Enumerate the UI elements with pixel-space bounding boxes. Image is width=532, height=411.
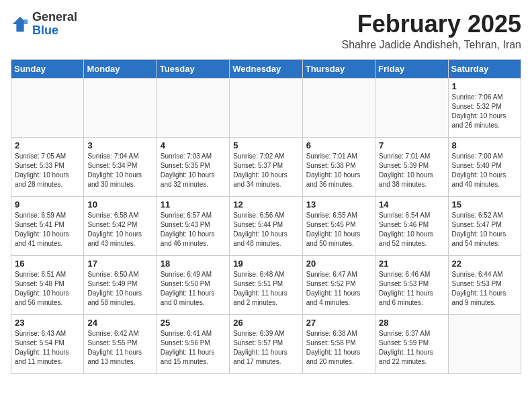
calendar-cell: 9Sunrise: 6:59 AM Sunset: 5:41 PM Daylig… [11,196,84,255]
day-info: Sunrise: 6:50 AM Sunset: 5:49 PM Dayligh… [87,270,152,308]
day-number: 11 [161,199,226,210]
day-info: Sunrise: 6:48 AM Sunset: 5:51 PM Dayligh… [233,270,298,308]
day-number: 9 [15,199,80,210]
day-number: 7 [379,140,444,150]
day-number: 23 [15,318,80,328]
location-subtitle: Shahre Jadide Andisheh, Tehran, Iran [342,39,521,51]
day-info: Sunrise: 6:57 AM Sunset: 5:43 PM Dayligh… [161,211,226,248]
weekday-header-thursday: Thursday [302,59,375,78]
day-number: 16 [15,259,80,269]
calendar-cell: 6Sunrise: 7:01 AM Sunset: 5:38 PM Daylig… [302,137,375,196]
weekday-header-friday: Friday [375,59,448,78]
day-info: Sunrise: 6:42 AM Sunset: 5:55 PM Dayligh… [87,329,152,367]
day-number: 12 [233,199,298,210]
calendar-cell: 17Sunrise: 6:50 AM Sunset: 5:49 PM Dayli… [84,255,157,314]
day-info: Sunrise: 6:38 AM Sunset: 5:58 PM Dayligh… [306,329,371,367]
logo-icon [11,15,30,34]
day-info: Sunrise: 7:01 AM Sunset: 5:39 PM Dayligh… [379,152,444,189]
calendar-cell: 11Sunrise: 6:57 AM Sunset: 5:43 PM Dayli… [157,196,229,255]
svg-marker-1 [24,19,28,24]
day-info: Sunrise: 7:02 AM Sunset: 5:37 PM Dayligh… [233,152,298,189]
calendar-cell: 16Sunrise: 6:51 AM Sunset: 5:48 PM Dayli… [11,255,84,314]
calendar-cell: 25Sunrise: 6:41 AM Sunset: 5:56 PM Dayli… [157,314,229,373]
calendar-cell: 26Sunrise: 6:39 AM Sunset: 5:57 PM Dayli… [230,314,302,373]
day-info: Sunrise: 6:51 AM Sunset: 5:48 PM Dayligh… [15,270,80,308]
day-number: 28 [379,318,444,328]
calendar-week-5: 23Sunrise: 6:43 AM Sunset: 5:54 PM Dayli… [11,314,521,373]
day-number: 20 [306,259,371,269]
calendar-cell: 20Sunrise: 6:47 AM Sunset: 5:52 PM Dayli… [302,255,375,314]
day-number: 24 [87,318,152,328]
calendar-cell [448,314,521,373]
day-info: Sunrise: 7:04 AM Sunset: 5:34 PM Dayligh… [87,152,152,189]
calendar-cell: 18Sunrise: 6:49 AM Sunset: 5:50 PM Dayli… [157,255,229,314]
weekday-header-monday: Monday [84,59,157,78]
calendar-cell: 27Sunrise: 6:38 AM Sunset: 5:58 PM Dayli… [302,314,375,373]
calendar-cell [302,78,375,137]
day-info: Sunrise: 6:39 AM Sunset: 5:57 PM Dayligh… [233,329,298,367]
day-info: Sunrise: 6:54 AM Sunset: 5:46 PM Dayligh… [379,211,444,248]
day-info: Sunrise: 6:58 AM Sunset: 5:42 PM Dayligh… [87,211,152,248]
day-info: Sunrise: 6:43 AM Sunset: 5:54 PM Dayligh… [15,329,80,367]
calendar-cell: 23Sunrise: 6:43 AM Sunset: 5:54 PM Dayli… [11,314,84,373]
day-number: 19 [233,259,298,269]
day-number: 21 [379,259,444,269]
day-number: 2 [15,140,80,150]
weekday-header-row: SundayMondayTuesdayWednesdayThursdayFrid… [11,59,521,78]
calendar-cell: 5Sunrise: 7:02 AM Sunset: 5:37 PM Daylig… [230,137,302,196]
day-number: 22 [452,259,517,269]
logo: General Blue [11,11,77,38]
day-number: 6 [306,140,371,150]
logo-blue-text: Blue [32,24,58,37]
calendar-week-3: 9Sunrise: 6:59 AM Sunset: 5:41 PM Daylig… [11,196,521,255]
day-info: Sunrise: 7:01 AM Sunset: 5:38 PM Dayligh… [306,152,371,189]
day-number: 13 [306,199,371,210]
weekday-header-sunday: Sunday [11,59,84,78]
calendar-cell: 14Sunrise: 6:54 AM Sunset: 5:46 PM Dayli… [375,196,448,255]
calendar-cell: 21Sunrise: 6:46 AM Sunset: 5:53 PM Dayli… [375,255,448,314]
calendar-cell: 19Sunrise: 6:48 AM Sunset: 5:51 PM Dayli… [230,255,302,314]
calendar-cell: 7Sunrise: 7:01 AM Sunset: 5:39 PM Daylig… [375,137,448,196]
calendar-cell: 8Sunrise: 7:00 AM Sunset: 5:40 PM Daylig… [448,137,521,196]
calendar-week-1: 1Sunrise: 7:06 AM Sunset: 5:32 PM Daylig… [11,78,521,137]
day-number: 26 [233,318,298,328]
calendar-cell [230,78,302,137]
day-info: Sunrise: 7:05 AM Sunset: 5:33 PM Dayligh… [15,152,80,189]
weekday-header-saturday: Saturday [448,59,521,78]
calendar-cell: 15Sunrise: 6:52 AM Sunset: 5:47 PM Dayli… [448,196,521,255]
day-info: Sunrise: 6:49 AM Sunset: 5:50 PM Dayligh… [161,270,226,308]
title-block: February 2025 Shahre Jadide Andisheh, Te… [342,11,521,51]
day-number: 3 [87,140,152,150]
calendar-cell: 22Sunrise: 6:44 AM Sunset: 5:53 PM Dayli… [448,255,521,314]
calendar-cell: 13Sunrise: 6:55 AM Sunset: 5:45 PM Dayli… [302,196,375,255]
day-info: Sunrise: 7:03 AM Sunset: 5:35 PM Dayligh… [161,152,226,189]
day-info: Sunrise: 7:06 AM Sunset: 5:32 PM Dayligh… [452,93,517,130]
page-header: General Blue February 2025 Shahre Jadide… [11,11,521,51]
weekday-header-wednesday: Wednesday [230,59,302,78]
calendar-week-2: 2Sunrise: 7:05 AM Sunset: 5:33 PM Daylig… [11,137,521,196]
day-info: Sunrise: 6:37 AM Sunset: 5:59 PM Dayligh… [379,329,444,367]
calendar-table: SundayMondayTuesdayWednesdayThursdayFrid… [11,59,521,374]
day-number: 10 [87,199,152,210]
day-number: 18 [161,259,226,269]
calendar-cell: 4Sunrise: 7:03 AM Sunset: 5:35 PM Daylig… [157,137,229,196]
day-info: Sunrise: 6:46 AM Sunset: 5:53 PM Dayligh… [379,270,444,308]
calendar-cell: 28Sunrise: 6:37 AM Sunset: 5:59 PM Dayli… [375,314,448,373]
day-info: Sunrise: 6:44 AM Sunset: 5:53 PM Dayligh… [452,270,517,308]
calendar-cell [11,78,84,137]
calendar-cell [375,78,448,137]
day-info: Sunrise: 6:59 AM Sunset: 5:41 PM Dayligh… [15,211,80,248]
day-info: Sunrise: 6:56 AM Sunset: 5:44 PM Dayligh… [233,211,298,248]
day-number: 14 [379,199,444,210]
calendar-cell [157,78,229,137]
calendar-cell: 3Sunrise: 7:04 AM Sunset: 5:34 PM Daylig… [84,137,157,196]
month-title: February 2025 [342,11,521,38]
calendar-cell: 1Sunrise: 7:06 AM Sunset: 5:32 PM Daylig… [448,78,521,137]
day-info: Sunrise: 6:52 AM Sunset: 5:47 PM Dayligh… [452,211,517,248]
day-info: Sunrise: 7:00 AM Sunset: 5:40 PM Dayligh… [452,152,517,189]
logo-general-text: General [32,10,77,24]
day-info: Sunrise: 6:47 AM Sunset: 5:52 PM Dayligh… [306,270,371,308]
day-info: Sunrise: 6:55 AM Sunset: 5:45 PM Dayligh… [306,211,371,248]
calendar-cell: 12Sunrise: 6:56 AM Sunset: 5:44 PM Dayli… [230,196,302,255]
day-number: 15 [452,199,517,210]
